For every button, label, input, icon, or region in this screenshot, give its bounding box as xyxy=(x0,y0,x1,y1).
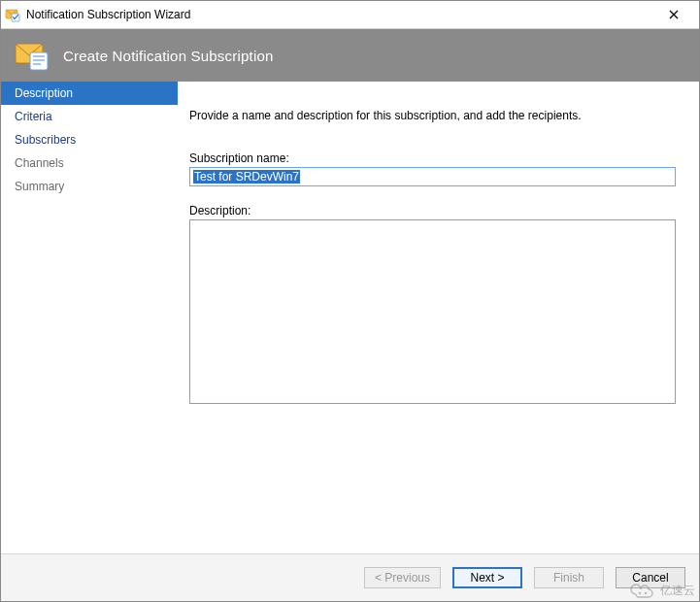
wizard-body: DescriptionCriteriaSubscribersChannelsSu… xyxy=(1,82,699,553)
sidebar-step-description[interactable]: Description xyxy=(1,82,178,105)
sidebar-step-subscribers[interactable]: Subscribers xyxy=(1,128,178,151)
subscription-name-label: Subscription name: xyxy=(189,151,676,165)
subscription-name-value: Test for SRDevWin7 xyxy=(193,170,300,184)
cancel-button[interactable]: Cancel xyxy=(616,567,685,588)
svg-rect-5 xyxy=(30,52,48,70)
previous-button[interactable]: < Previous xyxy=(364,567,441,588)
description-label: Description: xyxy=(189,204,676,217)
banner: Create Notification Subscription xyxy=(1,29,699,82)
wizard-footer: < Previous Next > Finish Cancel xyxy=(1,553,699,601)
wizard-sidebar: DescriptionCriteriaSubscribersChannelsSu… xyxy=(1,82,178,553)
finish-button[interactable]: Finish xyxy=(534,567,604,588)
sidebar-step-criteria[interactable]: Criteria xyxy=(1,105,178,128)
titlebar: Notification Subscription Wizard xyxy=(1,1,699,29)
description-block: Description: xyxy=(189,204,676,407)
envelope-icon xyxy=(15,40,50,71)
sidebar-step-channels[interactable]: Channels xyxy=(1,151,178,175)
wizard-window: Notification Subscription Wizard Create … xyxy=(0,0,700,602)
next-button[interactable]: Next > xyxy=(452,567,522,588)
banner-title: Create Notification Subscription xyxy=(63,48,274,64)
sidebar-step-summary[interactable]: Summary xyxy=(1,175,178,198)
wizard-content: Provide a name and description for this … xyxy=(178,82,699,553)
instruction-text: Provide a name and description for this … xyxy=(189,109,676,122)
subscription-name-input[interactable]: Test for SRDevWin7 xyxy=(189,167,676,186)
subscription-name-block: Subscription name: Test for SRDevWin7 xyxy=(189,151,676,186)
app-icon xyxy=(5,7,20,22)
description-textarea[interactable] xyxy=(189,219,676,404)
window-title: Notification Subscription Wizard xyxy=(26,8,654,21)
close-button[interactable] xyxy=(654,2,693,27)
